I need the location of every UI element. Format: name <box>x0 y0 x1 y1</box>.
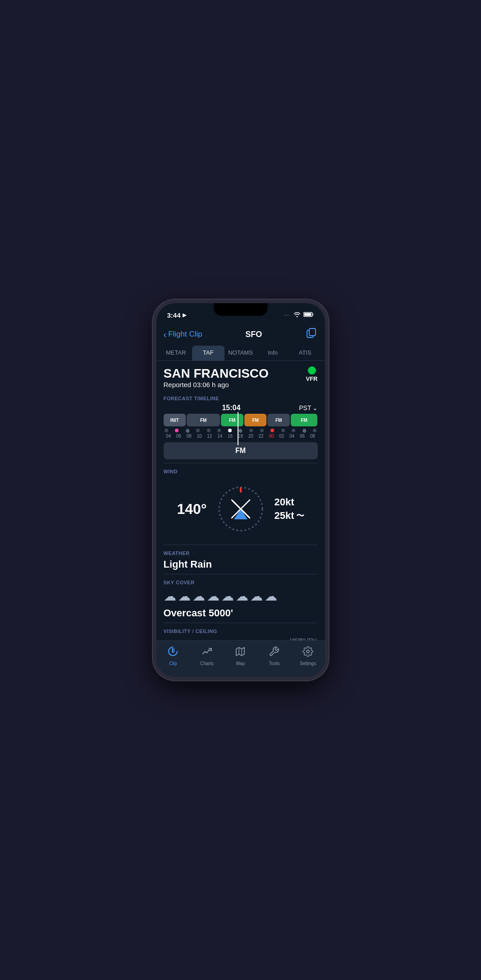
airport-header: SAN FRANCISCO Reported 03:06 h ago VFR <box>164 366 318 394</box>
hour-16: 16 <box>226 434 234 439</box>
timeline-header: 15:04 PST ⌄ <box>164 404 318 412</box>
fm-block-init-label: INIT <box>170 418 179 423</box>
visibility-label: VISIBILITY / CEILING <box>164 629 318 634</box>
tab-notams[interactable]: NOTAMS <box>224 346 257 361</box>
tab-item-clip[interactable]: Clip <box>160 644 187 668</box>
wind-compass <box>216 484 266 534</box>
tab-item-tools[interactable]: Tools <box>261 644 288 668</box>
hour-20: 20 <box>247 434 255 439</box>
back-button[interactable]: ‹ Flight Clip <box>164 329 202 340</box>
weather-section: WEATHER Light Rain <box>164 545 318 570</box>
cloud-icon-6: ☁ <box>236 589 248 604</box>
clouds-row: ☁ ☁ ☁ ☁ ☁ ☁ ☁ ☁ <box>164 589 318 604</box>
hour-02: 02 <box>278 434 286 439</box>
fm-block-5-label: FM <box>301 418 307 423</box>
timeline-container[interactable]: INIT FM FM FM FM <box>164 414 318 439</box>
copy-button[interactable] <box>305 327 318 342</box>
reported-time: Reported 03:06 h ago <box>164 381 269 388</box>
dot-7-gear: ⚙ <box>238 429 242 432</box>
weather-value: Light Rain <box>164 559 318 570</box>
fm-block-4-label: FM <box>275 418 282 423</box>
timeline-hours: 04 06 08 10 12 14 16 18 20 22 00 02 <box>164 434 318 439</box>
svg-rect-3 <box>309 328 316 336</box>
svg-rect-5 <box>240 487 242 493</box>
wind-gust-icon: 〜 <box>296 510 304 521</box>
airport-name: SAN FRANCISCO <box>164 366 269 381</box>
hour-08-b: 08 <box>308 434 316 439</box>
chevron-down-icon: ⌄ <box>312 404 318 411</box>
status-time: 3:44 ▶ <box>167 311 186 319</box>
back-chevron-icon: ‹ <box>164 329 167 340</box>
cloud-icon-3: ☁ <box>192 589 205 604</box>
hour-22: 22 <box>257 434 265 439</box>
tab-atis[interactable]: ATIS <box>289 346 321 361</box>
main-content: SAN FRANCISCO Reported 03:06 h ago VFR F… <box>156 361 325 677</box>
battery-icon <box>303 311 314 319</box>
fm-block-2-label: FM <box>229 418 235 423</box>
phone-frame: 3:44 ▶ ··· <box>153 300 329 680</box>
hour-06: 06 <box>174 434 183 439</box>
dot-3 <box>196 429 200 432</box>
tab-item-tools-label: Tools <box>269 661 279 666</box>
sky-cover-section: SKY COVER ☁ ☁ ☁ ☁ ☁ ☁ ☁ ☁ Overcast 5000' <box>164 574 318 619</box>
hour-04-b: 04 <box>288 434 296 439</box>
dot-12 <box>292 429 295 432</box>
wind-display: 140° <box>164 477 318 541</box>
dot-9 <box>260 429 264 432</box>
tab-metar[interactable]: METAR <box>160 346 192 361</box>
fm-block-4[interactable]: FM <box>267 414 290 426</box>
back-label: Flight Clip <box>168 330 202 339</box>
fm-block-3[interactable]: FM <box>244 414 267 426</box>
svg-rect-1 <box>304 313 311 316</box>
dot-1-pink <box>175 429 179 432</box>
vfr-indicator-dot <box>308 366 316 374</box>
dot-6-white <box>228 429 232 432</box>
tab-item-map-label: Map <box>236 661 245 666</box>
fm-selected-label: FM <box>235 447 246 454</box>
cloud-icon-4: ☁ <box>207 589 220 604</box>
wind-speed-info: 20kt 25kt 〜 <box>275 496 304 522</box>
cloud-icon-7: ☁ <box>250 589 263 604</box>
weather-label: WEATHER <box>164 550 318 556</box>
wind-gust-value: 25kt 〜 <box>275 510 304 522</box>
fm-block-5[interactable]: FM <box>291 414 317 426</box>
fm-block-init[interactable]: INIT <box>164 414 186 426</box>
status-icons: ··· <box>284 311 314 319</box>
timezone-label: PST <box>299 404 311 411</box>
tab-item-charts-label: Charts <box>200 661 213 666</box>
forecast-timeline-label: FORECAST TIMELINE <box>164 396 318 401</box>
map-icon <box>235 646 246 660</box>
hour-04-a: 04 <box>165 434 173 439</box>
wind-section: WIND 140° <box>164 463 318 541</box>
wind-label: WIND <box>164 469 318 474</box>
cloud-icon-2: ☁ <box>178 589 191 604</box>
sky-cover-value: Overcast 5000' <box>164 607 318 619</box>
settings-icon <box>302 646 313 660</box>
dot-5 <box>217 429 221 432</box>
fm-blocks-row: INIT FM FM FM FM <box>164 414 318 426</box>
cloud-icon-8: ☁ <box>265 589 277 604</box>
fm-block-1[interactable]: FM <box>187 414 220 426</box>
flight-category-label: VFR <box>306 375 318 382</box>
dot-4 <box>207 429 211 432</box>
tab-item-settings[interactable]: Settings <box>294 644 321 668</box>
fm-block-2[interactable]: FM <box>221 414 243 426</box>
tab-item-charts[interactable]: Charts <box>193 644 220 668</box>
nav-header: ‹ Flight Clip SFO <box>156 323 325 346</box>
timeline-indicator-line <box>238 412 238 445</box>
bottom-tab-bar: Clip Charts <box>156 640 325 677</box>
flight-category-badge: VFR <box>306 366 318 382</box>
tab-info[interactable]: Info <box>257 346 289 361</box>
sky-cover-label: SKY COVER <box>164 580 318 585</box>
timezone-selector[interactable]: PST ⌄ <box>299 404 317 411</box>
hour-06-b: 06 <box>298 434 306 439</box>
fm-selected-banner[interactable]: FM <box>164 442 318 459</box>
hour-00: 00 <box>267 434 275 439</box>
tab-taf[interactable]: TAF <box>192 346 224 361</box>
tab-item-map[interactable]: Map <box>227 644 254 668</box>
dot-8 <box>249 429 253 432</box>
dot-0 <box>165 429 168 432</box>
timeline-dots-row: ⚙ ⚙ ⚙ <box>164 427 318 434</box>
hour-08-a: 08 <box>185 434 193 439</box>
phone-screen: 3:44 ▶ ··· <box>156 303 325 677</box>
